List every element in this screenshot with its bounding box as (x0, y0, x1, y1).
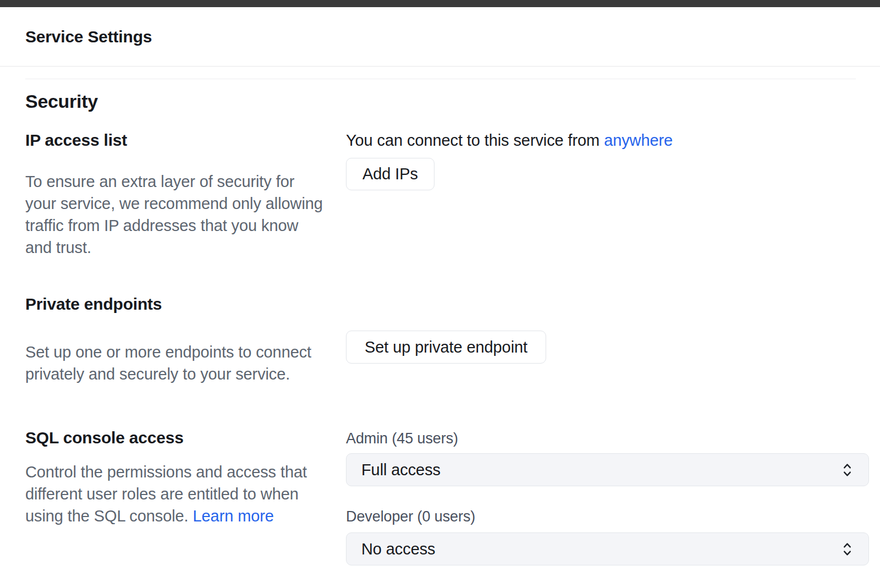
anywhere-link[interactable]: anywhere (604, 131, 673, 149)
admin-access-select[interactable]: Full access (346, 453, 869, 486)
page-header: Service Settings (0, 7, 880, 67)
ip-access-list-right-column: You can connect to this service from any… (346, 130, 869, 190)
security-section-title: Security (25, 89, 869, 113)
sql-console-access-description: Control the permissions and access that … (25, 461, 325, 527)
sql-console-access-heading: SQL console access (25, 427, 325, 448)
section-divider (25, 79, 856, 79)
private-endpoints-right-column: Set up private endpoint (346, 294, 869, 364)
admin-role-label: Admin (45 users) (346, 430, 869, 447)
page-title: Service Settings (25, 28, 152, 46)
ip-access-list-left-column: IP access list To ensure an extra layer … (25, 130, 325, 259)
private-endpoints-heading: Private endpoints (25, 294, 325, 315)
select-chevrons-icon (843, 542, 852, 557)
private-endpoints-row: Private endpoints Set up one or more end… (25, 294, 869, 385)
developer-access-selected-value: No access (361, 540, 436, 558)
setup-private-endpoint-button[interactable]: Set up private endpoint (346, 331, 546, 364)
private-endpoints-left-column: Private endpoints Set up one or more end… (25, 294, 325, 385)
ip-access-status-prefix: You can connect to this service from (346, 131, 604, 149)
window-top-bar (0, 0, 880, 7)
developer-access-select[interactable]: No access (346, 532, 869, 565)
select-chevrons-icon (843, 463, 852, 477)
sql-console-right-column: Admin (45 users) Full access Developer (… (346, 427, 869, 565)
ip-access-list-description: To ensure an extra layer of security for… (25, 171, 325, 259)
private-endpoints-description: Set up one or more endpoints to connect … (25, 341, 325, 385)
settings-content: Security IP access list To ensure an ext… (0, 79, 880, 565)
ip-access-status-text: You can connect to this service from any… (346, 130, 869, 151)
sql-console-left-column: SQL console access Control the permissio… (25, 427, 325, 527)
add-ips-button[interactable]: Add IPs (346, 158, 435, 190)
learn-more-link[interactable]: Learn more (193, 507, 274, 525)
ip-access-list-heading: IP access list (25, 130, 325, 151)
admin-access-selected-value: Full access (361, 461, 441, 479)
ip-access-list-row: IP access list To ensure an extra layer … (25, 130, 869, 259)
developer-role-label: Developer (0 users) (346, 508, 869, 525)
sql-console-access-row: SQL console access Control the permissio… (25, 427, 869, 565)
